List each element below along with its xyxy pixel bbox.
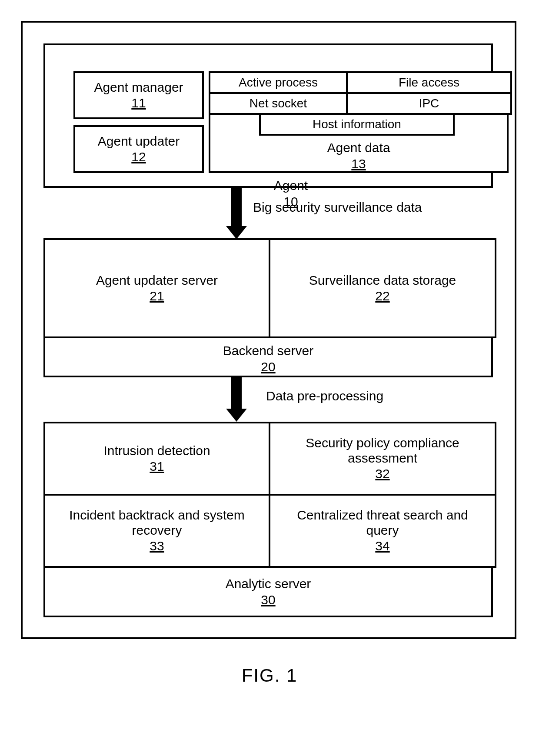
arrow1-label: Big security surveillance data [253, 200, 422, 215]
tag-active-process: Active process [209, 71, 348, 94]
figure-caption: FIG. 1 [0, 665, 539, 686]
agent-updater-ref: 12 [131, 150, 146, 165]
tag-ipc: IPC [346, 92, 512, 115]
agent-container: Agent manager 11 Agent updater 12 Active… [43, 43, 493, 188]
tag-net-socket: Net socket [209, 92, 348, 115]
threat-search-box: Centralized threat search and query 34 [269, 494, 496, 568]
threat-search-ref: 34 [375, 539, 389, 554]
agent-updater-server-label: Agent updater server [96, 273, 218, 288]
agent-manager-ref: 11 [131, 96, 146, 111]
agent-manager-label: Agent manager [94, 80, 183, 95]
intrusion-detection-label: Intrusion detection [103, 443, 210, 459]
policy-compliance-ref: 32 [375, 466, 389, 482]
surveillance-data-storage-label: Surveillance data storage [309, 273, 456, 288]
agent-updater-label: Agent updater [98, 134, 180, 149]
intrusion-detection-box: Intrusion detection 31 [43, 422, 270, 496]
incident-backtrack-box: Incident backtrack and system recovery 3… [43, 494, 270, 568]
incident-backtrack-label: Incident backtrack and system recovery [57, 508, 258, 538]
agent-updater-server-ref: 21 [150, 289, 164, 304]
policy-compliance-box: Security policy compliance assessment 32 [269, 422, 496, 496]
agent-data-box: Active process File access Net socket IP… [209, 71, 509, 173]
backend-server-label: Backend server [223, 343, 313, 358]
backend-server-container: Agent updater server 21 Surveillance dat… [43, 238, 493, 377]
surveillance-data-storage-box: Surveillance data storage 22 [269, 238, 496, 338]
analytic-server-ref: 30 [45, 593, 491, 608]
arrow-agent-to-backend [231, 188, 242, 227]
backend-server-ref: 20 [45, 360, 491, 375]
arrow-backend-to-analytic [231, 377, 242, 410]
agent-updater-server-box: Agent updater server 21 [43, 238, 270, 338]
diagram-page: Agent manager 11 Agent updater 12 Active… [0, 0, 539, 756]
analytic-server-label: Analytic server [226, 576, 311, 591]
surveillance-data-storage-ref: 22 [375, 289, 389, 304]
threat-search-label: Centralized threat search and query [282, 508, 483, 538]
analytic-server-container: Intrusion detection 31 Security policy c… [43, 422, 493, 617]
incident-backtrack-ref: 33 [150, 539, 164, 554]
tag-file-access: File access [346, 71, 512, 94]
agent-label: Agent [274, 178, 308, 193]
arrow-backend-to-analytic-head [226, 409, 247, 422]
agent-updater-box: Agent updater 12 [73, 125, 204, 173]
agent-data-label: Agent data [327, 140, 390, 155]
arrow2-label: Data pre-processing [266, 389, 383, 403]
outer-frame: Agent manager 11 Agent updater 12 Active… [21, 21, 516, 639]
intrusion-detection-ref: 31 [150, 459, 164, 474]
tag-host-info: Host information [259, 113, 455, 136]
policy-compliance-label: Security policy compliance assessment [282, 436, 483, 466]
agent-manager-box: Agent manager 11 [73, 71, 204, 119]
arrow-agent-to-backend-head [226, 226, 247, 239]
agent-data-ref: 13 [210, 157, 507, 172]
